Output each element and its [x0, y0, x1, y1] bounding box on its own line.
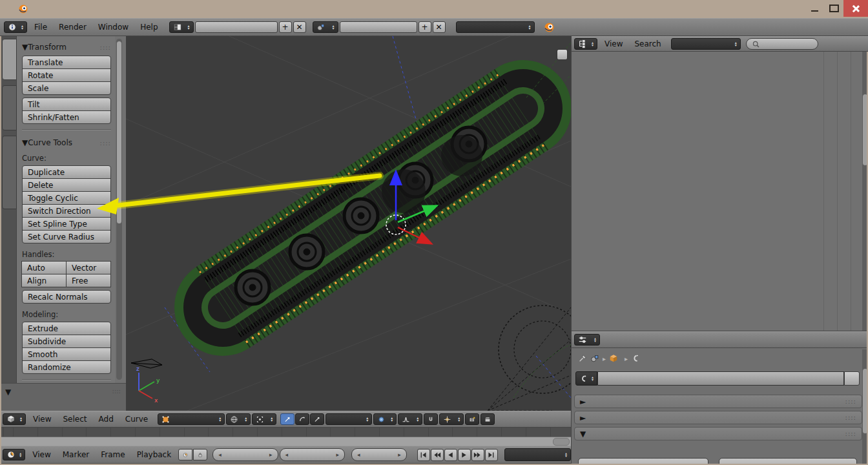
render-engine-select[interactable]: ▴▾ — [456, 21, 535, 33]
info-menu-file[interactable]: File — [28, 23, 53, 32]
operator-panel-header[interactable]: ▼ — [5, 388, 11, 407]
editor-type-timeline-button[interactable]: ▴▾ — [3, 449, 25, 460]
shelf-button-randomize[interactable]: Randomize — [22, 360, 111, 374]
tab-tools[interactable] — [2, 39, 17, 80]
scene-field[interactable] — [340, 21, 417, 33]
proportional-edit-select[interactable]: ▴▾ — [398, 413, 422, 425]
shelf-panel-header-transform[interactable]: ▼ Transform:::: — [22, 40, 111, 54]
lock-frame-button[interactable] — [193, 449, 207, 460]
shelf-button-subdivide[interactable]: Subdivide — [22, 335, 111, 348]
timeline-scroll-end[interactable] — [553, 438, 570, 446]
pin-icon[interactable] — [578, 354, 587, 363]
shelf-panel-header-curve-tools[interactable]: ▼ Curve Tools:::: — [22, 136, 111, 150]
shelf-button-translate[interactable]: Translate — [22, 56, 111, 69]
previous-keyframe-button[interactable] — [431, 449, 444, 461]
curve-data-icon[interactable] — [631, 354, 640, 363]
3d-scene[interactable]: zyx — [126, 36, 571, 411]
timeline-menu-marker[interactable]: Marker — [57, 450, 95, 459]
shelf-button-set-curve-radius[interactable]: Set Curve Radius — [22, 230, 111, 243]
object-cube-icon[interactable] — [609, 354, 618, 363]
timeline-menu-frame[interactable]: Frame — [95, 450, 130, 459]
jump-to-start-button[interactable] — [417, 449, 430, 461]
shelf-button-recalc-normals[interactable]: Recalc Normals — [22, 290, 111, 304]
delete-scene-button[interactable]: ✕ — [433, 21, 446, 33]
shelf-button-auto[interactable]: Auto — [21, 261, 67, 274]
viewport-menu-view[interactable]: View — [27, 415, 57, 424]
jump-to-end-button[interactable] — [485, 449, 498, 461]
maximize-button[interactable] — [824, 0, 843, 17]
editor-type-3dview-button[interactable]: ▴▾ — [3, 413, 26, 425]
transform-orientation-select[interactable]: ▴▾ — [326, 413, 372, 425]
3d-viewport[interactable]: zyx — [126, 36, 571, 411]
screen-layout-field[interactable] — [195, 21, 278, 33]
panel-shape[interactable]: ► :::: — [574, 395, 862, 408]
manipulator-translate-button[interactable] — [280, 413, 294, 425]
window-titlebar[interactable] — [0, 0, 868, 18]
shelf-button-duplicate[interactable]: Duplicate — [22, 165, 111, 179]
add-scene-button[interactable]: + — [418, 21, 431, 33]
shelf-button-switch-direction[interactable]: Switch Direction — [22, 204, 111, 218]
mode-select[interactable]: ▴▾ — [158, 413, 225, 425]
info-menu-render[interactable]: Render — [53, 23, 92, 32]
datablock-name-field[interactable] — [597, 371, 844, 386]
shelf-button-tilt[interactable]: Tilt — [22, 98, 111, 111]
next-keyframe-button[interactable] — [471, 449, 484, 461]
timeline-menu-view[interactable]: View — [26, 450, 56, 459]
snap-toggle-button[interactable] — [424, 413, 438, 425]
shelf-button-smooth[interactable]: Smooth — [22, 347, 111, 361]
tab-create[interactable] — [2, 85, 17, 130]
play-button[interactable] — [458, 449, 471, 461]
editor-type-properties-button[interactable]: ▴▾ — [574, 334, 600, 346]
viewport-menu-add[interactable]: Add — [93, 415, 119, 424]
add-region-button[interactable] — [557, 49, 568, 60]
minimize-button[interactable] — [805, 0, 824, 17]
shelf-button-vector[interactable]: Vector — [66, 261, 111, 274]
shelf-button-rotate[interactable]: Rotate — [22, 68, 111, 82]
shelf-button-set-spline-type[interactable]: Set Spline Type — [22, 217, 111, 231]
manipulate-centers-select[interactable]: ▴▾ — [373, 413, 397, 425]
snap-element-select[interactable]: ▴▾ — [439, 413, 464, 425]
play-reverse-button[interactable] — [444, 449, 457, 461]
viewport-menu-curve[interactable]: Curve — [119, 415, 154, 424]
editor-type-outliner-button[interactable]: ▴▾ — [574, 38, 597, 50]
outliner-filter-select[interactable]: ▴▾ — [671, 38, 741, 50]
viewport-shading-select[interactable]: ▴▾ — [226, 413, 251, 425]
info-menu-help[interactable]: Help — [134, 23, 163, 32]
scene-icon-button[interactable]: ▴▾ — [313, 21, 338, 33]
shelf-button-delete[interactable]: Delete — [22, 178, 111, 192]
layout-icon-button[interactable]: ▴▾ — [169, 21, 194, 33]
close-button[interactable] — [843, 0, 868, 17]
shelf-button-toggle-cyclic[interactable]: Toggle Cyclic — [22, 191, 111, 205]
fake-user-button[interactable] — [844, 371, 860, 386]
current-frame-field[interactable]: ◂▸ — [351, 448, 407, 461]
delete-layout-button[interactable]: ✕ — [293, 21, 306, 33]
timeline-track[interactable] — [0, 428, 571, 437]
info-menu-window[interactable]: Window — [92, 23, 134, 32]
timeline-menu-playback[interactable]: Playback — [131, 450, 178, 459]
playback-range-button[interactable] — [178, 449, 192, 460]
panel-geometry[interactable]: ▼ :::: — [574, 427, 862, 440]
shelf-button-shrink-fatten[interactable]: Shrink/Fatten — [22, 110, 111, 124]
manipulator-scale-button[interactable] — [310, 413, 324, 425]
id-type-button[interactable]: ▴▾ — [575, 371, 597, 386]
outliner-menu-search[interactable]: Search — [628, 39, 666, 48]
editor-type-info-button[interactable]: ▴▾ — [4, 21, 27, 33]
frame-end-field[interactable]: ◂▸ — [280, 448, 345, 461]
manipulator-rotate-button[interactable] — [295, 413, 309, 425]
frame-start-field[interactable]: ◂▸ — [212, 448, 278, 461]
outliner-menu-view[interactable]: View — [599, 39, 628, 48]
add-layout-button[interactable]: + — [279, 21, 292, 33]
scene-icon[interactable] — [590, 354, 599, 363]
outliner-search-input[interactable] — [746, 38, 818, 50]
shelf-button-scale[interactable]: Scale — [22, 81, 111, 95]
timeline-ruler[interactable] — [0, 437, 571, 446]
shelf-button-extrude[interactable]: Extrude — [22, 322, 111, 335]
tab-grease-pencil[interactable] — [2, 136, 17, 209]
shelf-button-free[interactable]: Free — [66, 274, 111, 287]
shelf-button-align[interactable]: Align — [21, 274, 67, 287]
panel-texture-space[interactable]: ► :::: — [574, 411, 862, 424]
viewport-menu-select[interactable]: Select — [57, 415, 92, 424]
pivot-point-select[interactable]: ▴▾ — [252, 413, 276, 425]
toolshelf-scrollbar[interactable] — [116, 39, 122, 380]
sync-mode-select[interactable]: ▴▾ — [504, 448, 571, 461]
